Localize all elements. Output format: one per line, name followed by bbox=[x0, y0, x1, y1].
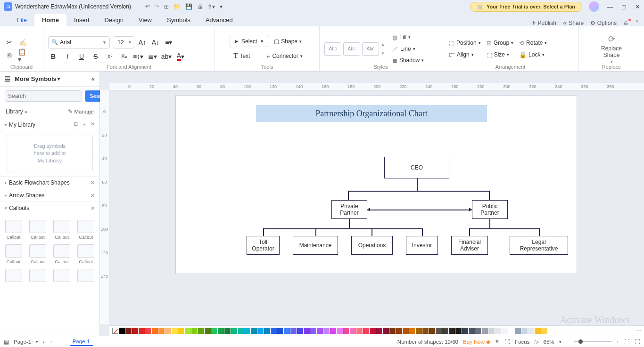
align-button[interactable]: ⫍Align▾ bbox=[447, 50, 483, 59]
decrease-font-icon[interactable]: A↓ bbox=[150, 37, 161, 48]
color-swatch[interactable] bbox=[409, 328, 415, 334]
tab-advanced[interactable]: Advanced bbox=[198, 14, 240, 26]
chart-title[interactable]: Partnership Organizational Chart bbox=[256, 105, 487, 122]
color-swatch[interactable] bbox=[185, 328, 191, 334]
color-swatch[interactable] bbox=[139, 328, 145, 334]
color-swatch[interactable] bbox=[429, 328, 435, 334]
remove-icon[interactable]: ✕ bbox=[91, 205, 95, 211]
notifications-icon[interactable]: 🕭 bbox=[623, 20, 629, 26]
undo-icon[interactable]: ↶ bbox=[145, 3, 150, 10]
section-my-library[interactable]: ▾ My Library ⊡＋✕ bbox=[0, 118, 99, 131]
color-swatch[interactable] bbox=[515, 328, 521, 334]
fill-picker[interactable]: ◍Fill▾ bbox=[390, 33, 426, 42]
section-arrow-shapes[interactable]: ▸ Arrow Shapes ✕ bbox=[0, 189, 99, 202]
replace-shape-button[interactable]: ⟳ Replace Shape ▾ bbox=[597, 32, 626, 66]
library-button[interactable]: Library bbox=[6, 108, 23, 115]
focus-button[interactable]: Focus bbox=[515, 339, 529, 345]
save-icon[interactable]: 💾 bbox=[185, 3, 192, 10]
color-swatch[interactable] bbox=[198, 328, 204, 334]
color-swatch[interactable] bbox=[297, 328, 303, 334]
org-box-toll[interactable]: Toll Operator bbox=[247, 236, 280, 255]
superscript-icon[interactable]: X² bbox=[105, 51, 115, 62]
italic-icon[interactable]: I bbox=[62, 51, 73, 62]
color-swatch[interactable] bbox=[337, 328, 343, 334]
org-box-public[interactable]: Public Partner bbox=[472, 200, 508, 219]
publish-button[interactable]: ✈ Publish bbox=[531, 20, 556, 26]
org-box-legal[interactable]: Legal Representative bbox=[510, 236, 568, 255]
shape-item[interactable] bbox=[2, 267, 25, 284]
options-button[interactable]: ⚙ Options bbox=[590, 20, 617, 26]
avatar[interactable] bbox=[589, 1, 599, 12]
shape-item[interactable]: Callout bbox=[50, 242, 74, 266]
color-swatch[interactable] bbox=[502, 328, 508, 334]
color-swatch[interactable] bbox=[396, 328, 402, 334]
fit-page-icon[interactable]: ⛶ bbox=[624, 339, 630, 345]
tab-home[interactable]: Home bbox=[34, 14, 66, 26]
strikethrough-icon[interactable]: S bbox=[91, 51, 101, 62]
collapse-ribbon-icon[interactable]: ˄ bbox=[636, 20, 638, 26]
lock-button[interactable]: 🔒Lock▾ bbox=[517, 50, 549, 59]
color-swatch[interactable] bbox=[383, 328, 389, 334]
color-swatch[interactable] bbox=[125, 328, 132, 334]
color-swatch[interactable] bbox=[343, 328, 349, 334]
tab-insert[interactable]: Insert bbox=[66, 14, 97, 26]
org-box-private[interactable]: Private Partner bbox=[331, 200, 367, 219]
shape-item[interactable]: Callout bbox=[74, 242, 98, 266]
color-swatch[interactable] bbox=[422, 328, 429, 334]
zoom-out-icon[interactable]: − bbox=[566, 339, 570, 345]
position-button[interactable]: ⬚Position▾ bbox=[447, 39, 483, 48]
color-swatch[interactable] bbox=[462, 328, 468, 334]
color-swatch[interactable] bbox=[541, 328, 547, 334]
text-align-icon[interactable]: ≡▾ bbox=[164, 37, 174, 48]
paste-icon[interactable]: 📋▾ bbox=[18, 51, 27, 60]
collapse-panel-icon[interactable]: « bbox=[91, 75, 95, 82]
color-swatch[interactable] bbox=[482, 328, 488, 334]
tab-file[interactable]: File bbox=[9, 14, 34, 26]
color-swatch[interactable] bbox=[449, 328, 455, 334]
color-swatch[interactable] bbox=[469, 328, 475, 334]
subscript-icon[interactable]: X₂ bbox=[119, 51, 129, 62]
color-swatch[interactable] bbox=[535, 328, 541, 334]
canvas[interactable]: Partnership Organizational Chart CEO Pri… bbox=[109, 90, 644, 324]
shape-item[interactable]: Callout bbox=[74, 218, 98, 242]
org-box-ops[interactable]: Operations bbox=[351, 236, 393, 255]
color-swatch[interactable] bbox=[145, 328, 151, 334]
zoom-in-icon[interactable]: + bbox=[616, 339, 619, 345]
color-swatch[interactable] bbox=[370, 328, 376, 334]
color-swatch[interactable] bbox=[132, 328, 138, 334]
print-icon[interactable]: 🖨 bbox=[197, 3, 203, 10]
color-swatch[interactable] bbox=[191, 328, 198, 334]
highlight-icon[interactable]: ab▾ bbox=[161, 51, 172, 62]
shape-item[interactable] bbox=[50, 267, 74, 284]
color-swatch[interactable] bbox=[442, 328, 448, 334]
color-swatch[interactable] bbox=[178, 328, 184, 334]
underline-icon[interactable]: U bbox=[76, 51, 87, 62]
color-swatch[interactable] bbox=[323, 328, 330, 334]
style-swatch[interactable]: Abc bbox=[362, 42, 379, 56]
color-swatch[interactable] bbox=[152, 328, 158, 334]
style-swatch[interactable]: Abc bbox=[343, 42, 360, 56]
page-tab-active[interactable]: Page-1 bbox=[70, 338, 93, 346]
color-swatch[interactable] bbox=[521, 328, 528, 334]
prev-page-icon[interactable]: ‹ bbox=[43, 339, 45, 345]
org-box-inv[interactable]: Investor bbox=[406, 236, 438, 255]
fullscreen-icon[interactable]: ⛶ bbox=[635, 339, 640, 345]
color-swatch[interactable] bbox=[257, 328, 264, 334]
page-select[interactable]: Page-1 bbox=[14, 339, 31, 345]
org-box-fin[interactable]: Financial Adviser bbox=[451, 236, 488, 255]
section-basic-flowchart[interactable]: ▸ Basic Flowchart Shapes ✕ bbox=[0, 176, 99, 189]
color-swatch[interactable] bbox=[495, 328, 501, 334]
color-swatch[interactable] bbox=[528, 328, 534, 334]
search-input[interactable] bbox=[5, 90, 82, 102]
color-swatch[interactable] bbox=[277, 328, 283, 334]
style-gallery[interactable]: Abc Abc Abc ▲ ▼ bbox=[324, 42, 385, 56]
page-list-icon[interactable]: ▤ bbox=[4, 339, 9, 345]
remove-icon[interactable]: ✕ bbox=[91, 193, 95, 199]
layers-icon[interactable]: ≋ bbox=[495, 339, 500, 345]
color-swatch[interactable] bbox=[251, 328, 257, 334]
color-swatch[interactable] bbox=[389, 328, 396, 334]
gallery-up-icon[interactable]: ▲ bbox=[381, 42, 385, 47]
color-swatch[interactable] bbox=[455, 328, 462, 334]
bullet-list-icon[interactable]: ≣▾ bbox=[147, 51, 157, 62]
section-callouts[interactable]: ▾ Callouts ✕ bbox=[0, 202, 99, 214]
